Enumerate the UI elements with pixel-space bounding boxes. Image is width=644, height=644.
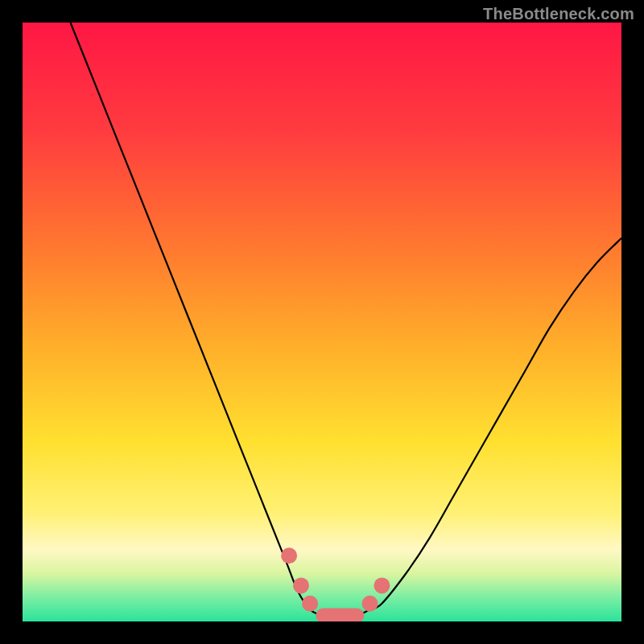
marker-dot: [293, 577, 309, 593]
marker-pill: [316, 609, 364, 621]
marker-dot: [374, 577, 390, 593]
bottleneck-curve: [23, 23, 621, 621]
plot-area: [23, 23, 621, 621]
watermark-label: TheBottleneck.com: [483, 5, 634, 23]
marker-dot: [302, 596, 318, 612]
chart-frame: TheBottleneck.com: [0, 0, 644, 644]
marker-dot: [362, 596, 378, 612]
marker-dot: [281, 547, 297, 564]
